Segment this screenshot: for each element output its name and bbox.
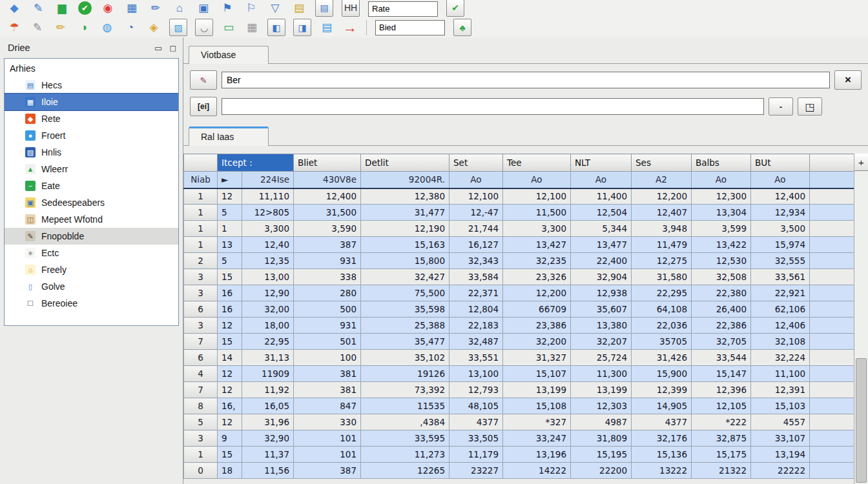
cell[interactable]: 33,247 xyxy=(503,430,571,447)
stamp-icon[interactable]: ✎ xyxy=(30,0,46,15)
cell-empty[interactable] xyxy=(810,221,854,237)
cell[interactable]: 18,00 xyxy=(242,318,294,334)
cell[interactable]: 13 xyxy=(218,237,242,253)
cell[interactable]: 11,273 xyxy=(361,447,450,463)
cell[interactable]: 33,561 xyxy=(751,269,810,285)
sidebar-item-freely[interactable]: ⌂Freely xyxy=(5,261,178,278)
column-header-tee[interactable]: Tee xyxy=(503,154,571,172)
row-header[interactable]: 0 xyxy=(184,463,218,479)
variable-icon[interactable]: ✎ xyxy=(190,70,217,90)
cell[interactable]: 33,595 xyxy=(361,430,450,447)
close-filter-button[interactable]: × xyxy=(834,70,862,90)
row-header[interactable]: 1 xyxy=(184,205,218,221)
cell[interactable]: 22,371 xyxy=(450,285,503,301)
cell[interactable]: 31,13 xyxy=(242,350,294,366)
cell[interactable]: 11,300 xyxy=(571,366,632,382)
flag-icon[interactable]: ⚐ xyxy=(243,0,259,15)
ok-icon[interactable]: ✔ xyxy=(78,1,92,15)
cell[interactable]: 15 xyxy=(218,269,242,285)
row-header[interactable]: 3 xyxy=(184,269,218,285)
sidebar-item-mepeet-wfotnd[interactable]: ◫Mepeet Wfotnd xyxy=(5,211,178,228)
cell[interactable]: 12,530 xyxy=(692,253,751,269)
subheader-cell[interactable]: Niab xyxy=(184,172,218,188)
row-header[interactable]: 7 xyxy=(184,334,218,350)
cell[interactable]: 12,105 xyxy=(692,398,751,414)
row-header[interactable]: 4 xyxy=(184,366,218,382)
cell[interactable]: 12,300 xyxy=(692,188,751,205)
bookmark-icon[interactable]: ⚑ xyxy=(220,0,235,15)
cell[interactable]: 15 xyxy=(218,334,242,350)
sidebar-item-eate[interactable]: −Eate xyxy=(5,177,178,194)
cell[interactable]: 75,500 xyxy=(361,285,450,301)
window-icon[interactable]: ◧ xyxy=(267,19,285,36)
cell[interactable]: 12,406 xyxy=(751,318,810,334)
vertical-scrollbar[interactable]: + xyxy=(854,154,868,484)
cell[interactable]: 32,176 xyxy=(632,430,692,447)
cell[interactable]: 330 xyxy=(294,414,361,430)
cell[interactable]: 64,108 xyxy=(632,301,692,318)
cell[interactable]: 12,303 xyxy=(571,398,632,414)
cell[interactable]: 12,804 xyxy=(450,301,503,318)
column-header[interactable] xyxy=(810,154,854,172)
sidebar-item-rete[interactable]: ◆Rete xyxy=(5,110,178,127)
pen-icon[interactable]: ✏ xyxy=(53,20,68,35)
cell[interactable]: 18 xyxy=(218,463,242,479)
cell[interactable]: 1 xyxy=(218,221,242,237)
cell[interactable]: 32,343 xyxy=(450,253,503,269)
mushroom-icon[interactable]: ☂ xyxy=(6,20,22,35)
sidebar-item-froert[interactable]: ●Froert xyxy=(5,127,178,144)
edit-icon[interactable]: ✏ xyxy=(148,0,163,15)
comment-icon[interactable]: ▭ xyxy=(221,20,236,35)
cell[interactable]: 381 xyxy=(294,366,361,382)
cell[interactable]: 12 xyxy=(218,188,242,205)
cell[interactable]: 31,477 xyxy=(361,205,450,221)
cell[interactable]: 11,92 xyxy=(242,382,294,398)
cell[interactable]: 15,195 xyxy=(571,447,632,463)
sidebar-item-ectc[interactable]: ∗Ectc xyxy=(5,245,178,261)
cell-empty[interactable] xyxy=(810,285,854,301)
cell[interactable]: 9 xyxy=(218,430,242,447)
cell[interactable]: 387 xyxy=(294,237,361,253)
cell[interactable]: 13,00 xyxy=(242,269,294,285)
cell[interactable]: 62,106 xyxy=(751,301,810,318)
cell[interactable]: 12,200 xyxy=(503,285,571,301)
cell[interactable]: 100 xyxy=(294,350,361,366)
cell[interactable]: 22,95 xyxy=(242,334,294,350)
cell[interactable]: *327 xyxy=(503,414,571,430)
cell[interactable]: 13,194 xyxy=(751,447,810,463)
cell[interactable]: 31,426 xyxy=(632,350,692,366)
cell[interactable]: 11,400 xyxy=(571,188,632,205)
cell[interactable]: 21,744 xyxy=(450,221,503,237)
subheader-cell[interactable]: A2 xyxy=(632,172,692,188)
subheader-cell[interactable]: 430V8e xyxy=(294,172,361,188)
cell[interactable]: 32,235 xyxy=(503,253,571,269)
cell[interactable]: 35,607 xyxy=(571,301,632,318)
cell[interactable]: 33,584 xyxy=(450,269,503,285)
plant-icon[interactable]: ♣ xyxy=(453,19,471,36)
cell[interactable]: 12,407 xyxy=(632,205,692,221)
cell[interactable]: 3,300 xyxy=(503,221,571,237)
sidebar-item-golve[interactable]: ▯Golve xyxy=(5,278,178,295)
cell[interactable]: 13,304 xyxy=(692,205,751,221)
cell[interactable]: 501 xyxy=(294,334,361,350)
minus-button[interactable]: - xyxy=(769,97,793,116)
subheader-cell[interactable]: 92004R. xyxy=(361,172,450,188)
column-header-detlit[interactable]: Detlit xyxy=(361,154,450,172)
rate-combo[interactable] xyxy=(368,1,438,17)
cell[interactable]: 16 xyxy=(218,285,242,301)
cell-empty[interactable] xyxy=(810,188,854,205)
cell[interactable]: 11,100 xyxy=(751,366,810,382)
row-header[interactable]: 3 xyxy=(184,285,218,301)
row-header[interactable]: 7 xyxy=(184,382,218,398)
cell[interactable]: 4377 xyxy=(632,414,692,430)
row-header[interactable]: 5 xyxy=(184,414,218,430)
row-header[interactable]: 8 xyxy=(184,398,218,414)
cell-empty[interactable] xyxy=(810,205,854,221)
cell[interactable]: 11535 xyxy=(361,398,450,414)
cell[interactable]: 16 xyxy=(218,301,242,318)
cell-empty[interactable] xyxy=(810,237,854,253)
cell[interactable]: 12,400 xyxy=(294,188,361,205)
layers-button[interactable]: ◳ xyxy=(798,97,822,116)
column-header-set[interactable]: Set xyxy=(450,154,503,172)
subheader-cell[interactable]: Ao xyxy=(571,172,632,188)
